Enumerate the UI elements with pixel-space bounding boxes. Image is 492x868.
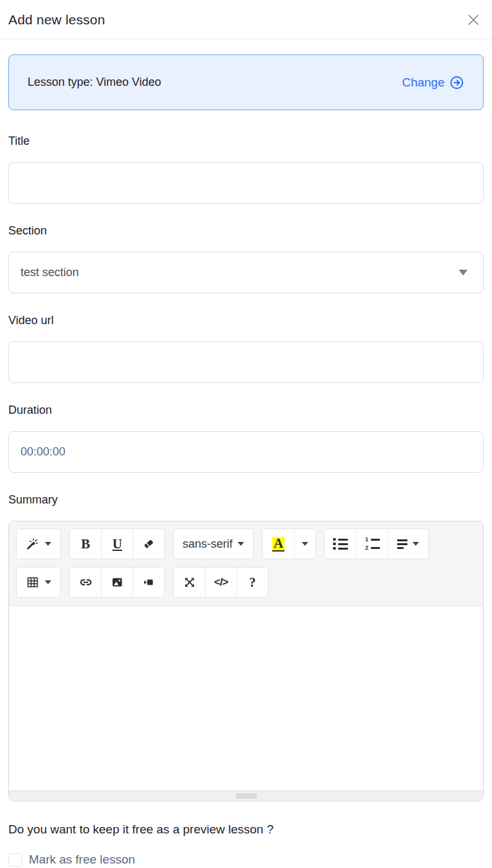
caret-down-icon xyxy=(413,542,419,546)
link-icon xyxy=(79,575,93,589)
free-lesson-label: Mark as free lesson xyxy=(29,853,135,867)
style-group xyxy=(16,528,61,559)
caret-down-icon xyxy=(45,542,51,546)
picture-button[interactable] xyxy=(101,568,133,597)
caret-down-icon xyxy=(238,542,244,546)
summary-label: Summary xyxy=(8,493,484,507)
free-lesson-checkbox[interactable] xyxy=(8,853,22,867)
font-family-value: sans-serif xyxy=(183,537,233,551)
video-url-label: Video url xyxy=(8,314,484,327)
code-icon: </> xyxy=(214,576,228,589)
font-style-group: B U xyxy=(69,528,165,559)
title-label: Title xyxy=(8,135,484,148)
fullscreen-arrows-icon xyxy=(183,575,197,589)
section-selected-value: test section xyxy=(20,266,79,279)
ordered-list-icon: 1 2 xyxy=(365,537,380,551)
table-dropdown-button[interactable] xyxy=(17,568,60,597)
clear-format-button[interactable] xyxy=(133,529,164,559)
underline-button[interactable]: U xyxy=(101,529,133,559)
paragraph-align-icon xyxy=(397,539,407,549)
duration-input[interactable] xyxy=(8,431,484,473)
underline-icon: U xyxy=(112,536,122,552)
close-button[interactable] xyxy=(465,12,482,28)
bold-button[interactable]: B xyxy=(70,529,101,559)
view-group: </> ? xyxy=(173,567,268,598)
paragraph-group: 1 2 xyxy=(324,528,429,559)
help-icon: ? xyxy=(249,575,256,591)
video-url-input[interactable] xyxy=(8,341,484,383)
preview-question: Do you want to keep it free as a preview… xyxy=(8,823,484,837)
ordered-list-button[interactable]: 1 2 xyxy=(356,529,388,559)
section-label: Section xyxy=(8,224,484,238)
video-button[interactable] xyxy=(133,568,164,597)
title-input[interactable] xyxy=(8,162,484,204)
lesson-form: Title Section test section Video url Dur… xyxy=(0,135,492,867)
lesson-type-banner: Lesson type: Vimeo Video Change xyxy=(8,54,484,110)
resize-handle[interactable] xyxy=(236,794,257,798)
section-select[interactable]: test section xyxy=(8,252,484,293)
color-group: A xyxy=(262,528,316,559)
font-family-group: sans-serif xyxy=(173,528,254,559)
editor-statusbar xyxy=(9,790,483,801)
free-lesson-row: Mark as free lesson xyxy=(8,853,484,867)
table-group xyxy=(16,567,61,598)
unordered-list-icon xyxy=(333,538,348,550)
change-lesson-type-button[interactable]: Change xyxy=(402,75,464,90)
insert-group xyxy=(69,567,165,598)
help-button[interactable]: ? xyxy=(236,568,268,597)
paragraph-dropdown-button[interactable] xyxy=(388,529,428,559)
color-dropdown-button[interactable] xyxy=(294,529,315,559)
codeview-button[interactable]: </> xyxy=(205,568,236,597)
caret-down-icon xyxy=(45,580,51,584)
unordered-list-button[interactable] xyxy=(325,529,356,559)
fullscreen-button[interactable] xyxy=(174,568,205,597)
close-icon xyxy=(466,12,481,28)
font-color-icon: A xyxy=(272,537,284,552)
toolbar-row-1: B U xyxy=(16,528,476,559)
lesson-type-text: Lesson type: Vimeo Video xyxy=(28,76,161,89)
modal-header: Add new lesson xyxy=(0,0,492,39)
magic-wand-icon xyxy=(26,537,40,551)
toolbar-row-2: </> ? xyxy=(16,567,476,598)
chevron-down-icon xyxy=(459,270,468,275)
font-family-dropdown[interactable]: sans-serif xyxy=(174,529,253,559)
bold-icon: B xyxy=(81,536,90,552)
picture-icon xyxy=(110,575,124,589)
table-icon xyxy=(26,575,40,589)
font-color-button[interactable]: A xyxy=(263,529,294,559)
magic-style-dropdown-button[interactable] xyxy=(17,529,60,559)
editor-content-area[interactable] xyxy=(9,606,483,790)
link-button[interactable] xyxy=(70,568,101,597)
caret-down-icon xyxy=(302,542,308,546)
page-title: Add new lesson xyxy=(8,12,105,28)
editor-toolbar: B U xyxy=(9,521,483,606)
change-label: Change xyxy=(402,76,445,90)
summary-richtext-editor: B U xyxy=(8,521,484,801)
eraser-icon xyxy=(142,537,156,551)
video-icon xyxy=(142,575,156,589)
duration-label: Duration xyxy=(8,404,484,417)
arrow-circle-right-icon xyxy=(449,75,464,90)
